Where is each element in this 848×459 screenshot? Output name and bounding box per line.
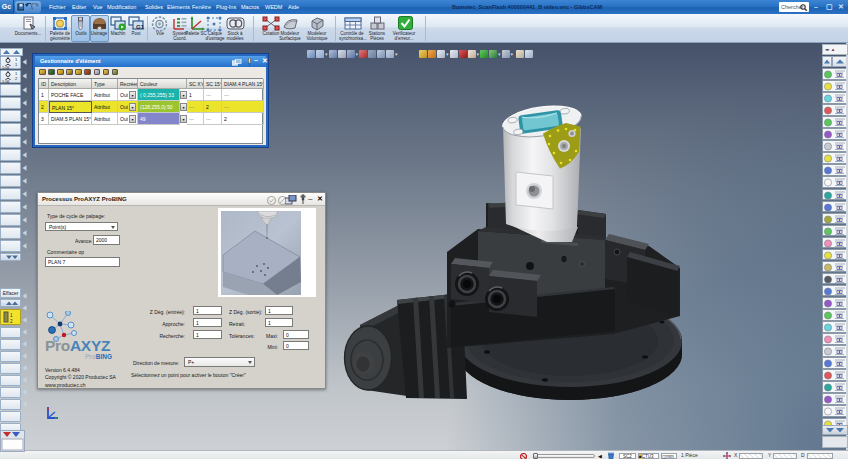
svg-text:1:06: 1:06 bbox=[2, 66, 9, 70]
svg-text:2: 2 bbox=[15, 76, 18, 81]
svg-text:ProAXYZ: ProAXYZ bbox=[45, 337, 111, 354]
svg-text:1: 1 bbox=[10, 313, 13, 318]
svg-text:1:06: 1:06 bbox=[2, 80, 9, 84]
svg-text:1: 1 bbox=[15, 62, 18, 67]
svg-text:2: 2 bbox=[10, 319, 13, 324]
svg-text:G1: G1 bbox=[136, 24, 145, 30]
